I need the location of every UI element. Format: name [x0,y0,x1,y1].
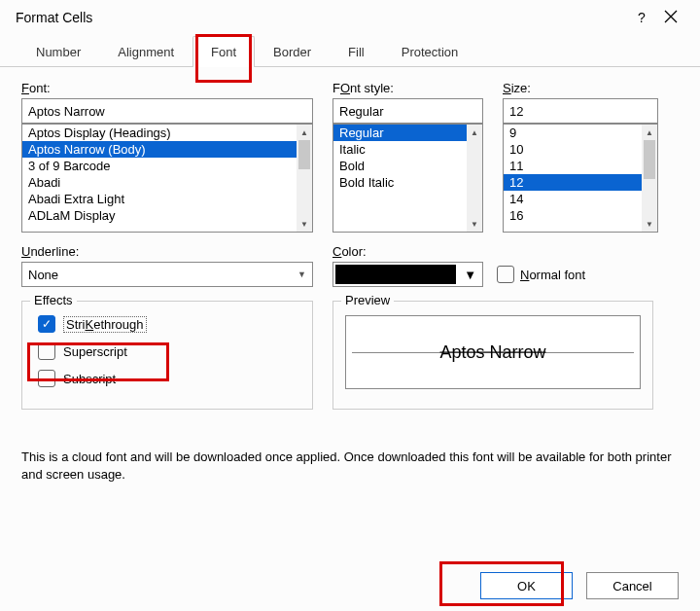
underline-value: None [28,268,58,282]
list-item[interactable]: Regular [333,125,482,141]
dialog-title: Format Cells [16,10,630,25]
list-item[interactable]: Italic [333,141,482,158]
preview-legend: Preview [341,293,394,307]
list-item[interactable]: Abadi [22,174,312,191]
color-swatch [335,265,456,284]
superscript-label: Superscript [63,344,127,359]
effects-group: Effects ✓ StriKethrough Superscript Subs… [21,301,313,410]
tab-fill[interactable]: Fill [330,36,383,67]
list-item[interactable]: 12 [504,174,657,191]
help-button[interactable]: ? [630,10,653,25]
font-scrollbar[interactable]: ▲ ▼ [297,125,312,232]
font-listbox[interactable]: Aptos Display (Headings)Aptos Narrow (Bo… [21,124,313,233]
subscript-checkbox[interactable] [38,370,55,387]
list-item[interactable]: ADLaM Display [22,207,312,224]
tab-number[interactable]: Number [18,36,99,67]
scroll-down-icon[interactable]: ▼ [297,216,312,232]
chevron-down-icon: ▼ [298,270,306,279]
preview-group: Preview Aptos Narrow [332,301,653,410]
tab-font[interactable]: Font [192,36,255,67]
scroll-up-icon[interactable]: ▲ [297,125,312,140]
normal-font-label: Normal font [520,268,585,282]
close-icon[interactable] [653,10,688,26]
ok-button[interactable]: OK [480,572,573,599]
scroll-thumb[interactable] [298,140,310,169]
scroll-up-icon[interactable]: ▲ [467,125,482,140]
tab-border[interactable]: Border [255,36,330,67]
list-item[interactable]: Bold [333,158,482,174]
list-item[interactable]: 9 [504,125,657,141]
color-combo[interactable]: ▼ [332,262,483,287]
size-listbox[interactable]: 91011121416 ▲ ▼ [503,124,658,233]
size-label: Size: [503,81,658,95]
list-item[interactable]: Aptos Display (Headings) [22,125,312,141]
tab-protection[interactable]: Protection [383,36,477,67]
color-label: Color: [332,244,483,259]
strikethrough-checkbox[interactable]: ✓ [38,315,55,333]
effects-legend: Effects [30,293,77,307]
list-item[interactable]: Aptos Narrow (Body) [22,141,312,158]
list-item[interactable]: Abadi Extra Light [22,191,312,207]
underline-combo[interactable]: None ▼ [21,262,313,287]
scroll-down-icon[interactable]: ▼ [467,216,482,232]
preview-text: Aptos Narrow [439,342,545,363]
font-style-label: FOnt style: [332,81,483,95]
format-cells-dialog: Format Cells ? NumberAlignmentFontBorder… [0,0,700,611]
strikethrough-label: StriKethrough [63,316,147,333]
superscript-checkbox[interactable] [38,342,55,360]
scroll-up-icon[interactable]: ▲ [642,125,657,140]
chevron-down-icon: ▼ [460,268,480,282]
scroll-thumb[interactable] [644,140,655,179]
font-panel: Font: Aptos Display (Headings)Aptos Narr… [0,67,700,410]
font-style-input[interactable] [332,98,483,124]
cancel-button[interactable]: Cancel [586,572,679,599]
font-style-listbox[interactable]: RegularItalicBoldBold Italic ▲ ▼ [332,124,483,233]
underline-label: Underline: [21,244,313,259]
list-item[interactable]: 10 [504,141,657,158]
titlebar: Format Cells ? [0,0,700,35]
list-item[interactable]: 3 of 9 Barcode [22,158,312,174]
subscript-label: Subscript [63,372,116,386]
list-item[interactable]: 16 [504,207,657,224]
size-scrollbar[interactable]: ▲ ▼ [642,125,657,232]
tab-row: NumberAlignmentFontBorderFillProtection [0,35,700,67]
font-label: Font: [21,81,313,95]
scroll-down-icon[interactable]: ▼ [642,216,657,232]
list-item[interactable]: 14 [504,191,657,207]
cloud-font-note: This is a cloud font and will be downloa… [0,449,700,483]
list-item[interactable]: 11 [504,158,657,174]
font-input[interactable] [21,98,313,124]
tab-alignment[interactable]: Alignment [99,36,192,67]
style-scrollbar[interactable]: ▲ ▼ [467,125,482,232]
size-input[interactable] [503,98,658,124]
preview-pane: Aptos Narrow [345,315,641,389]
normal-font-checkbox[interactable] [497,266,514,283]
list-item[interactable]: Bold Italic [333,174,482,191]
